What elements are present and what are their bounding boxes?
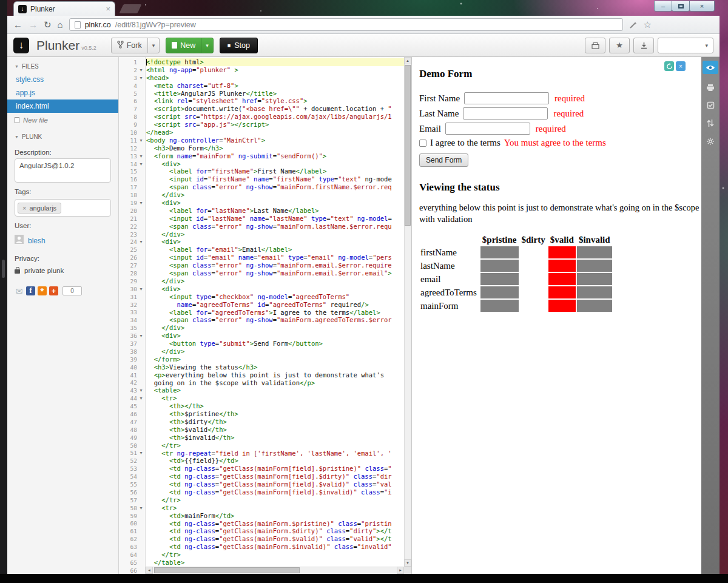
vertical-scrollbar-thumb[interactable]	[405, 65, 411, 226]
code-line-60[interactable]: <td ng-class="getClass(mainForm.$pristin…	[146, 520, 404, 528]
field-input-1[interactable]	[463, 107, 548, 120]
code-line-64[interactable]: </tr>	[146, 551, 404, 559]
privacy-toggle[interactable]: private plunk	[7, 265, 118, 277]
fork-dropdown-caret-icon[interactable]: ▾	[147, 38, 160, 53]
browser-tab[interactable]: ↓ Plunker ×	[13, 1, 115, 16]
fold-marker-icon[interactable]: ▾	[137, 396, 145, 401]
code-line-34[interactable]: <span class="error" ng-show="mainForm.ag…	[146, 316, 404, 324]
send-form-button[interactable]: Send Form	[419, 153, 468, 167]
code-line-49[interactable]: <th>$invalid</th>	[146, 434, 404, 442]
code-line-57[interactable]: </tr>	[146, 496, 404, 504]
code-line-36[interactable]: <div>	[146, 332, 404, 340]
code-line-12[interactable]: <h3>Demo Form</h3>	[146, 144, 404, 152]
sync-arrows-icon[interactable]	[707, 119, 714, 127]
code-line-24[interactable]: <div>	[146, 238, 404, 246]
editor-code-area[interactable]: <!doctype html><html ng-app="plunker" ><…	[146, 57, 404, 567]
sidebar-file-index.html[interactable]: index.html	[7, 99, 118, 113]
new-button[interactable]: New ▾	[166, 38, 214, 53]
export-button[interactable]	[585, 38, 605, 53]
code-line-13[interactable]: <form name="mainForm" ng-submit="sendFor…	[146, 152, 404, 160]
code-line-54[interactable]: <td ng-class="getClass(mainForm[field].$…	[146, 473, 404, 480]
home-button[interactable]: ⌂	[58, 19, 63, 30]
code-line-10[interactable]: </head>	[146, 129, 404, 136]
printer-icon[interactable]	[706, 84, 715, 92]
fold-marker-icon[interactable]: ▾	[137, 239, 145, 244]
bookmark-star-icon[interactable]: ☆	[644, 19, 652, 30]
code-line-41[interactable]: <p>everything below this point is just t…	[146, 371, 404, 379]
minimize-button[interactable]: –	[654, 1, 672, 12]
description-input[interactable]: AngularJS@1.0.2	[15, 158, 111, 183]
code-line-63[interactable]: <td ng-class="getClass(mainForm.$invalid…	[146, 543, 404, 551]
editor-horizontal-scrollbar[interactable]: ◄ ►	[146, 567, 404, 574]
fold-marker-icon[interactable]: ▾	[137, 67, 145, 73]
fold-marker-icon[interactable]: ▾	[137, 161, 145, 167]
new-file-button[interactable]: New file	[7, 113, 118, 127]
code-line-47[interactable]: <th>$dirty</th>	[146, 418, 404, 426]
facebook-share-icon[interactable]: f	[26, 286, 35, 295]
email-share-icon[interactable]: ✉	[15, 286, 24, 295]
code-line-19[interactable]: <div>	[146, 199, 404, 207]
code-line-7[interactable]: <script>document.write("<base href=\"" +…	[146, 105, 404, 113]
code-line-30[interactable]: <div>	[146, 285, 404, 293]
code-line-27[interactable]: <span class="error" ng-show="mainForm.em…	[146, 261, 404, 269]
code-line-2[interactable]: <html ng-app="plunker" >	[146, 66, 404, 74]
code-line-23[interactable]: </div>	[146, 231, 404, 238]
code-line-65[interactable]: </table>	[146, 559, 404, 567]
code-line-22[interactable]: <span class="error" ng-show="mainForm.la…	[146, 223, 404, 231]
new-tab-button[interactable]	[120, 4, 142, 13]
code-line-33[interactable]: <label for="agreedToTerms">I agree to th…	[146, 309, 404, 317]
preview-refresh-button[interactable]	[664, 61, 674, 71]
code-line-21[interactable]: <input id="lastName" name="lastName" typ…	[146, 215, 404, 223]
code-line-52[interactable]: <td>{{field}}</td>	[146, 457, 404, 465]
field-input-2[interactable]	[445, 123, 530, 135]
code-line-6[interactable]: <link rel="stylesheet" href="style.css">	[146, 97, 404, 105]
plunker-logo-icon[interactable]: ↓	[13, 38, 29, 53]
reload-button[interactable]: ↻	[44, 19, 52, 30]
close-window-button[interactable]: ×	[689, 1, 715, 12]
code-line-29[interactable]: </div>	[146, 277, 404, 285]
preview-eye-button[interactable]	[703, 61, 718, 74]
fold-marker-icon[interactable]: ▾	[137, 388, 145, 393]
code-line-14[interactable]: <div>	[146, 160, 404, 168]
fold-marker-icon[interactable]: ▾	[137, 200, 145, 206]
fold-marker-icon[interactable]: ▾	[137, 505, 145, 511]
code-line-8[interactable]: <script src="https://ajax.googleapis.com…	[146, 113, 404, 121]
fold-marker-icon[interactable]: ▾	[137, 333, 145, 339]
user-name-link[interactable]: blesh	[28, 237, 46, 245]
share-orange-icon[interactable]: *	[38, 286, 47, 295]
stop-button[interactable]: ■ Stop	[220, 38, 258, 53]
extension-wand-icon[interactable]	[629, 21, 638, 29]
code-line-11[interactable]: <body ng-controller="MainCtrl">	[146, 136, 404, 144]
code-line-15[interactable]: <label for="firstName">First Name</label…	[146, 167, 404, 175]
scroll-left-icon[interactable]: ◄	[146, 567, 153, 574]
scroll-down-icon[interactable]: ▼	[404, 559, 411, 567]
code-line-58[interactable]: <tr>	[146, 504, 404, 512]
code-line-55[interactable]: <td ng-class="getClass(mainForm[field].$…	[146, 480, 404, 488]
fold-marker-icon[interactable]: ▾	[137, 153, 145, 159]
code-line-42[interactable]: going on in the $scope with validation</…	[146, 379, 404, 387]
plunk-section-header[interactable]: ▼ PLUNK	[7, 127, 118, 143]
preview-close-button[interactable]: ×	[676, 61, 686, 71]
new-dropdown-caret-icon[interactable]: ▾	[201, 38, 213, 53]
scroll-up-icon[interactable]: ▲	[404, 57, 411, 64]
tag-remove-icon[interactable]: ×	[22, 204, 26, 212]
maximize-button[interactable]	[672, 1, 690, 12]
fold-marker-icon[interactable]: ▾	[137, 75, 145, 81]
code-line-45[interactable]: <th></th>	[146, 402, 404, 410]
code-line-61[interactable]: <td ng-class="getClass(mainForm.$dirty)"…	[146, 527, 404, 535]
tag-chip[interactable]: ×angularjs	[18, 203, 61, 214]
code-line-3[interactable]: <head>	[146, 74, 404, 82]
code-line-18[interactable]: </div>	[146, 191, 404, 199]
code-line-9[interactable]: <script src="app.js"></script>	[146, 121, 404, 129]
code-line-40[interactable]: <h3>Viewing the status</h3>	[146, 363, 404, 371]
code-line-46[interactable]: <th>$pristine</th>	[146, 410, 404, 418]
fold-marker-icon[interactable]: ▾	[137, 138, 145, 143]
fork-button[interactable]: Fork ▾	[111, 38, 160, 53]
code-line-1[interactable]: <!doctype html>	[146, 58, 404, 66]
code-line-50[interactable]: </tr>	[146, 442, 404, 450]
code-line-62[interactable]: <td ng-class="getClass(mainForm.$valid)"…	[146, 535, 404, 543]
favorite-star-button[interactable]: ★	[609, 38, 630, 53]
address-bar[interactable]: plnkr.co/edit/81jgWv?p=preview	[69, 18, 623, 31]
terms-checkbox[interactable]	[419, 140, 426, 147]
code-line-38[interactable]: </div>	[146, 348, 404, 356]
